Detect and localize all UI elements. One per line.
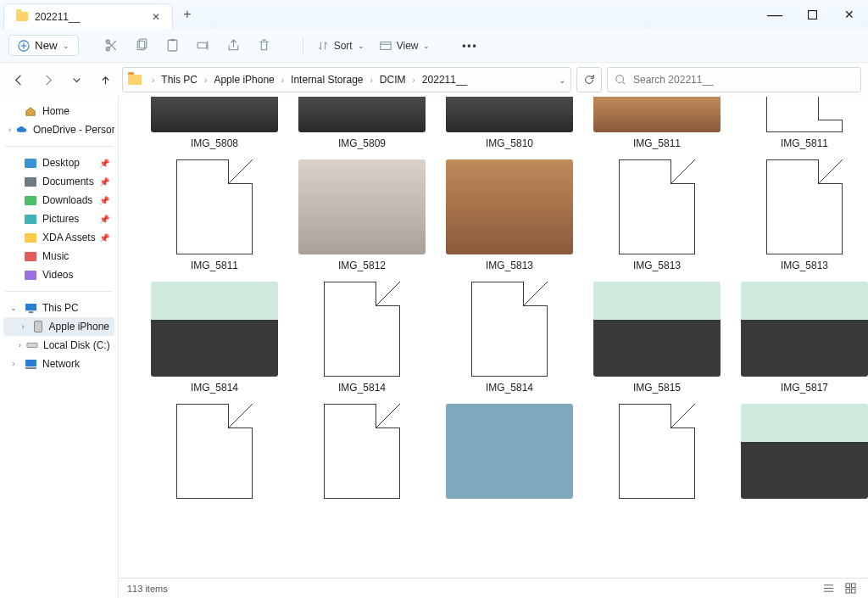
file-item[interactable] — [732, 402, 868, 499]
photo-thumbnail — [593, 97, 721, 132]
file-item[interactable]: IMG_5808 — [142, 97, 287, 149]
sidebar-network[interactable]: ›Network — [3, 355, 114, 373]
sidebar-documents[interactable]: Documents📌 — [3, 172, 114, 191]
search-box[interactable] — [607, 67, 861, 92]
up-button[interactable] — [93, 67, 117, 92]
chevron-right-icon: › — [276, 75, 289, 85]
view-label: View — [397, 40, 419, 52]
file-item[interactable] — [437, 402, 581, 499]
file-name: IMG_5811 — [633, 137, 681, 149]
file-item[interactable]: IMG_5814 — [142, 280, 287, 394]
file-item[interactable]: IMG_5811 — [585, 97, 729, 149]
minimize-button[interactable]: — — [756, 0, 793, 29]
file-item[interactable]: IMG_5811 — [732, 97, 868, 149]
generic-file-icon — [741, 158, 868, 254]
paste-button[interactable] — [159, 33, 187, 59]
new-button[interactable]: New ⌄ — [8, 35, 79, 56]
file-grid[interactable]: IMG_5808IMG_5809IMG_5810IMG_5811IMG_5811… — [119, 97, 868, 578]
sidebar-xda-assets[interactable]: XDA Assets📌 — [3, 228, 114, 247]
refresh-button[interactable] — [576, 67, 602, 92]
sidebar-apple-iphone[interactable]: ›Apple iPhone — [3, 317, 114, 336]
file-item[interactable]: IMG_5809 — [290, 97, 434, 149]
sidebar-local-disk[interactable]: ›Local Disk (C:) — [3, 336, 114, 355]
title-bar: 202211__ ✕ + — ✕ — [0, 0, 868, 29]
file-item[interactable]: IMG_5814 — [437, 280, 581, 394]
rename-button[interactable] — [189, 33, 218, 59]
plus-circle-icon — [18, 40, 30, 52]
search-input[interactable] — [633, 74, 854, 86]
back-button[interactable] — [7, 67, 31, 92]
sidebar-home[interactable]: Home — [3, 102, 114, 120]
sidebar-item-label: This PC — [42, 302, 79, 314]
file-item[interactable] — [585, 402, 729, 499]
sort-label: Sort — [334, 40, 353, 52]
chevron-down-icon[interactable]: ⌄ — [559, 75, 565, 85]
breadcrumb-dcim[interactable]: DCIM — [380, 74, 406, 86]
details-layout-button[interactable] — [819, 581, 837, 596]
file-item[interactable]: IMG_5817 — [732, 280, 868, 394]
generic-file-icon — [151, 402, 278, 499]
delete-button[interactable] — [250, 33, 279, 59]
sidebar-desktop[interactable]: Desktop📌 — [3, 154, 114, 172]
file-item[interactable]: IMG_5813 — [585, 158, 729, 271]
address-bar[interactable]: › This PC › Apple iPhone › Internal Stor… — [122, 67, 571, 92]
file-item[interactable]: IMG_5813 — [437, 158, 581, 271]
sidebar-item-label: XDA Assets — [42, 232, 96, 243]
file-item[interactable]: IMG_5812 — [290, 158, 434, 271]
copy-button[interactable] — [128, 33, 157, 59]
file-name: IMG_5812 — [338, 260, 386, 271]
file-item[interactable]: IMG_5814 — [290, 280, 434, 394]
close-button[interactable]: ✕ — [831, 0, 868, 29]
main-area: Home ›OneDrive - Persona Desktop📌 Docume… — [0, 97, 868, 598]
forward-button[interactable] — [36, 67, 59, 92]
chevron-right-icon: › — [199, 75, 212, 85]
photo-thumbnail — [298, 97, 426, 132]
active-tab[interactable]: 202211__ ✕ — [3, 3, 173, 29]
chevron-down-icon: ⌄ — [423, 42, 430, 50]
svg-rect-8 — [198, 42, 207, 48]
thumbnails-layout-button[interactable] — [841, 581, 860, 596]
sidebar-item-label: Local Disk (C:) — [43, 339, 110, 351]
generic-file-icon — [593, 158, 721, 254]
maximize-button[interactable] — [793, 0, 831, 29]
file-item[interactable] — [142, 402, 287, 499]
svg-rect-14 — [25, 359, 36, 366]
file-item[interactable]: IMG_5811 — [142, 158, 287, 271]
sidebar-this-pc[interactable]: ⌄This PC — [3, 299, 114, 317]
file-name: IMG_5817 — [781, 382, 828, 394]
view-button[interactable]: View ⌄ — [373, 33, 437, 59]
more-button[interactable]: ••• — [455, 33, 484, 59]
sidebar-music[interactable]: Music — [3, 247, 114, 265]
chevron-right-icon: › — [147, 75, 159, 85]
share-button[interactable] — [220, 33, 248, 59]
file-name: IMG_5813 — [486, 260, 533, 271]
file-name: IMG_5814 — [486, 382, 533, 394]
item-count: 113 items — [127, 584, 168, 594]
file-item[interactable]: IMG_5815 — [585, 280, 729, 394]
file-name: IMG_5811 — [191, 260, 238, 271]
file-item[interactable]: IMG_5813 — [732, 158, 868, 271]
recent-locations-button[interactable] — [64, 67, 88, 92]
photo-thumbnail — [593, 280, 721, 377]
search-icon — [615, 74, 626, 86]
sidebar-pictures[interactable]: Pictures📌 — [3, 210, 114, 228]
breadcrumb-this-pc[interactable]: This PC — [161, 74, 198, 86]
sidebar-onedrive[interactable]: ›OneDrive - Persona — [3, 120, 114, 139]
file-item[interactable]: IMG_5810 — [437, 97, 581, 149]
sidebar-downloads[interactable]: Downloads📌 — [3, 191, 114, 210]
sidebar-item-label: Documents — [42, 176, 94, 187]
new-tab-button[interactable]: + — [173, 0, 202, 29]
cut-button[interactable] — [97, 33, 126, 59]
photo-thumbnail — [446, 97, 573, 132]
tab-close-icon[interactable]: ✕ — [152, 11, 160, 23]
svg-rect-7 — [171, 39, 175, 41]
svg-rect-17 — [845, 589, 849, 593]
breadcrumb-apple-iphone[interactable]: Apple iPhone — [214, 74, 274, 86]
file-name: IMG_5815 — [633, 382, 681, 394]
sidebar-item-label: Downloads — [42, 194, 92, 206]
breadcrumb-internal-storage[interactable]: Internal Storage — [291, 74, 363, 86]
file-item[interactable] — [290, 402, 434, 499]
sidebar-videos[interactable]: Videos — [3, 265, 114, 284]
sort-button[interactable]: Sort ⌄ — [310, 33, 371, 59]
breadcrumb-current[interactable]: 202211__ — [422, 74, 467, 86]
